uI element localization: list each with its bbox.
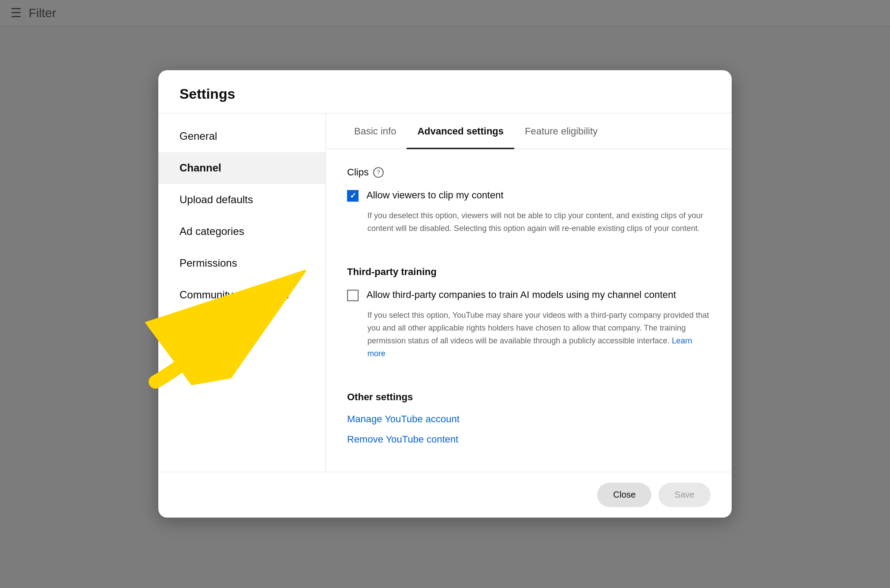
- checkmark-icon: ✓: [350, 191, 356, 201]
- main-content: Basic info Advanced settings Feature eli…: [326, 113, 732, 472]
- third-party-checkbox-label[interactable]: Allow third-party companies to train AI …: [366, 289, 676, 302]
- sidebar: General Channel Upload defaults Ad categ…: [158, 113, 326, 472]
- tab-feature-eligibility[interactable]: Feature eligibility: [514, 113, 608, 149]
- clips-description: If you deselect this option, viewers wil…: [367, 209, 711, 235]
- clips-title-text: Clips: [347, 167, 369, 178]
- third-party-checkbox[interactable]: [347, 290, 359, 301]
- sidebar-item-upload-defaults[interactable]: Upload defaults: [158, 184, 325, 216]
- sidebar-item-general[interactable]: General: [158, 120, 325, 152]
- sidebar-item-ad-categories[interactable]: Ad categories: [158, 216, 325, 247]
- sidebar-item-agreements[interactable]: Agreements: [158, 311, 325, 342]
- remove-youtube-content-link[interactable]: Remove YouTube content: [347, 434, 711, 446]
- tab-basic-info[interactable]: Basic info: [344, 113, 407, 149]
- dialog-body: General Channel Upload defaults Ad categ…: [158, 113, 732, 472]
- content-area: Clips ? ✓ Allow viewers to clip my conte…: [326, 149, 732, 472]
- clips-checkbox-row: ✓ Allow viewers to clip my content: [347, 189, 711, 202]
- tab-advanced-settings[interactable]: Advanced settings: [407, 113, 514, 149]
- third-party-checkbox-row: Allow third-party companies to train AI …: [347, 289, 711, 302]
- third-party-section-heading: Third-party training: [347, 267, 711, 278]
- clips-checkbox-label[interactable]: Allow viewers to clip my content: [366, 189, 504, 202]
- dialog-footer: Close Save: [158, 472, 732, 518]
- learn-more-link[interactable]: Learn more: [367, 336, 692, 358]
- clips-help-icon[interactable]: ?: [373, 167, 384, 178]
- manage-youtube-account-link[interactable]: Manage YouTube account: [347, 414, 711, 425]
- clips-checkbox[interactable]: ✓: [347, 190, 359, 201]
- sidebar-item-permissions[interactable]: Permissions: [158, 247, 325, 279]
- clips-section-title: Clips ?: [347, 167, 711, 178]
- sidebar-item-community-moderation[interactable]: Community moderation: [158, 279, 325, 311]
- third-party-description: If you select this option, YouTube may s…: [367, 309, 711, 360]
- close-button[interactable]: Close: [597, 483, 651, 507]
- sidebar-item-channel[interactable]: Channel: [158, 152, 325, 184]
- save-button[interactable]: Save: [658, 483, 711, 507]
- modal-overlay: Settings General Channel Upload defaults…: [0, 0, 890, 588]
- tabs-bar: Basic info Advanced settings Feature eli…: [326, 113, 732, 149]
- dialog-title: Settings: [158, 70, 732, 113]
- section-divider-1: [347, 253, 711, 267]
- other-settings-heading: Other settings: [347, 392, 711, 403]
- settings-dialog: Settings General Channel Upload defaults…: [158, 70, 732, 517]
- section-divider-2: [347, 378, 711, 392]
